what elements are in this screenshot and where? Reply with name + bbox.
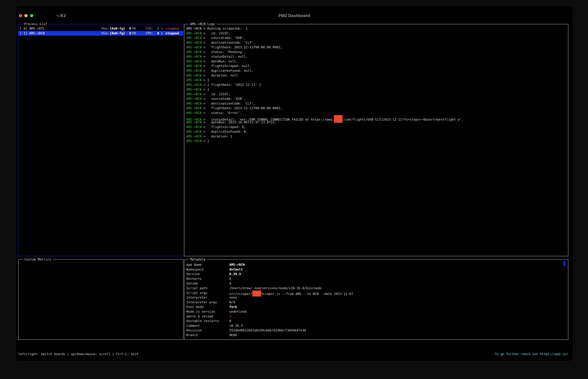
custom-metrics-panel: Custom Metrics [18,259,184,340]
logs-panel: AMS->BCN Logs AMS->BCN > Running scrapeJ… [184,24,568,256]
log-prefix: AMS->BCN [186,64,201,68]
log-line: AMS->BCN > sourceCode: 'DXB', [186,96,567,101]
log-prefix: AMS->BCN [186,69,201,73]
process-row[interactable]: [ 1]AMS->BCNMem:{#aN-fg}0MBCPU:0%stopped [19,31,183,36]
log-separator: > [201,97,207,101]
log-line: AMS->BCN > statusDetail: 'net::ERR_TUNNE… [186,115,567,120]
log-prefix: AMS->BCN [186,139,201,143]
log-line: AMS->BCN > duration: 1 [186,134,567,139]
log-line: AMS->BCN > status: 'Error', [186,111,567,115]
metadata-row: Exec modefork [185,304,568,309]
logs-panel-title: AMS->BCN Logs [188,22,217,26]
metadata-row: Node.js versionundefined [185,309,568,314]
log-separator: > [201,64,207,68]
log-text: flightsScraped: null, [207,64,251,68]
log-separator: > [201,130,207,133]
process-name: AMS->BCN [29,31,45,36]
log-line: AMS->BCN > duration: null [186,73,567,78]
metadata-row: Unstable restarts0 [185,319,568,323]
metadata-value: undefined [229,309,247,314]
log-separator: > [201,74,207,77]
log-text: } [207,139,209,143]
log-prefix: AMS->BCN [186,78,201,82]
log-line: AMS->BCN > dateRun: null, [186,59,567,64]
log-separator: > [201,41,207,45]
log-separator: > [201,36,207,40]
log-line: AMS->BCN > { flightDate: '2023-12-11' } [186,82,567,87]
log-separator: > [201,50,207,54]
log-prefix: AMS->BCN [186,111,201,115]
metadata-value: /Users/drew/.nvm/versions/node/v18.16.0/… [229,286,321,290]
metadata-label: Revision [186,328,202,332]
process-id: [ 1] [20,31,27,36]
log-line: AMS->BCN > flightDate: 2023-12-11T08:00:… [186,45,567,50]
metadata-value: AMS->BCN [229,262,245,267]
metadata-value: v0.39.3 [229,323,243,328]
metadata-value: 0 [229,319,231,323]
metadata-label: Exec mode [186,304,203,309]
log-line: AMS->BCN > id: 23197, [186,92,567,96]
process-cpu-unit: % [161,31,163,36]
log-separator: > [201,92,207,96]
log-text: dateRun: null, [207,59,238,63]
process-cpu-label: CPU: [146,31,153,36]
log-text: sourceCode: 'DXB', [207,36,246,40]
log-text: id: 23197, [207,92,230,96]
metadata-value: 0.39.3 [229,272,241,276]
process-cpu-num: 0 [157,31,159,36]
title-bar: ⌥⌘2 PM2 Dashboard [15,6,573,25]
log-line: AMS->BCN > flightsScraped: 0, [186,125,567,129]
log-prefix: AMS->BCN [186,83,201,87]
log-text: status: 'Pending', [207,50,246,54]
metadata-label: Comment [186,323,200,328]
metadata-row: BranchHEAD [185,333,568,337]
log-separator: > [201,106,207,110]
metadata-row: Restarts0 [185,276,568,281]
log-separator: > [201,83,207,87]
log-line: AMS->BCN > { [186,87,567,92]
metadata-value: 0 [229,281,231,286]
log-text: flightsScraped: 0, [207,125,246,129]
log-separator: > [201,88,207,91]
metadata-row: Interpreternone [185,295,568,300]
log-prefix: AMS->BCN [186,27,201,30]
metadata-label: Interpreter args [186,300,217,304]
metadata-row: Script path/Users/drew/.nvm/versions/nod… [185,286,568,290]
metadata-row: Revision552db40622bb7a82d9c6d67d2d6bcf36… [185,328,568,332]
log-prefix: AMS->BCN [186,97,201,101]
log-prefix: AMS->BCN [186,59,201,63]
process-mem-value: {#aN-fg} [110,31,125,36]
process-row[interactable]: [ 0]AMS->ATLMem:{#aN-fg}0MBCPU:0%stopped [19,26,183,31]
metadata-value: N/A [229,300,235,304]
log-prefix: AMS->BCN [186,45,201,49]
metadata-label: Branch [186,333,198,337]
log-line: AMS->BCN > } [186,139,567,143]
metadata-label: watch & reload [186,314,213,319]
log-text: duration: null [207,74,238,77]
log-separator: > [201,27,207,30]
metadata-value: default [229,267,243,272]
log-line: AMS->BCN > flightsScraped: null, [186,64,567,68]
metadata-panel-title: Metadata [188,257,207,262]
log-separator: > [201,59,207,63]
process-cpu-num: 0 [157,26,159,31]
metadata-label: Unstable restarts [186,319,219,323]
process-status: stopped [165,31,179,36]
log-text: duplicatesFound: 0, [207,130,248,133]
log-prefix: AMS->BCN [186,36,201,40]
log-text: sourceCode: 'DXB', [207,97,246,101]
metadata-value: fork [229,304,237,309]
process-name: AMS->ATL [29,26,45,31]
footer-pm2-link[interactable]: To go further check out https://pm2.io/ [495,352,568,356]
metadata-label: Node.js version [186,309,215,314]
metadata-value: ✗ [229,314,231,319]
log-prefix: AMS->BCN [186,74,201,77]
log-line: AMS->BCN > id: 23197, [186,31,567,36]
window-title: PM2 Dashboard [15,14,573,18]
log-line: AMS->BCN > flightDate: 2023-12-11T08:00:… [186,106,567,111]
metadata-label: Script args [186,291,207,295]
log-text: } [207,78,209,82]
log-separator: > [201,139,207,143]
process-cpu-unit: % [161,26,163,31]
log-text: status: 'Error', [207,111,242,115]
